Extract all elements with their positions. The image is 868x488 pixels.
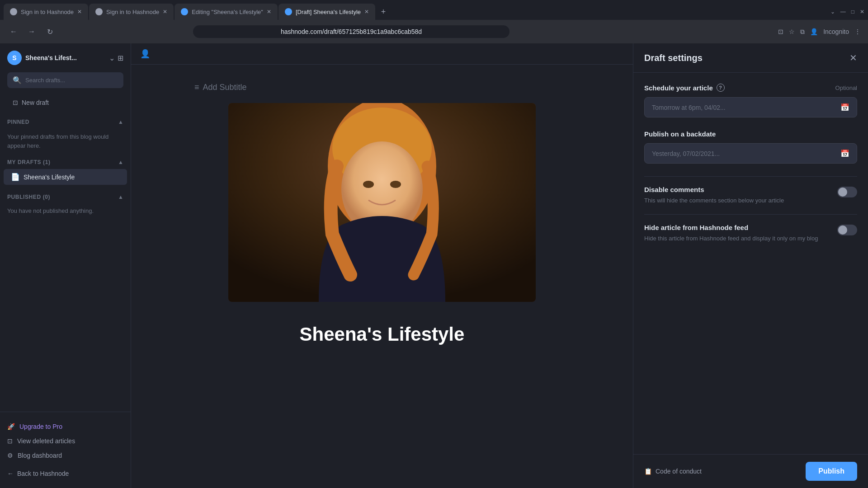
tab-1[interactable]: Sign in to Hashnode ✕ <box>4 4 88 20</box>
search-icon: 🔍 <box>13 76 22 84</box>
subtitle-icon: ≡ <box>194 83 199 92</box>
svg-point-4 <box>363 181 374 188</box>
published-section-header: PUBLISHED (0) ▲ <box>0 192 131 204</box>
search-input[interactable] <box>25 77 118 84</box>
close-panel-button[interactable]: ✕ <box>849 52 857 63</box>
bookmark-icon[interactable]: ☆ <box>789 28 795 35</box>
forward-nav-button[interactable]: → <box>25 25 38 38</box>
new-draft-label: New draft <box>22 99 49 106</box>
maximize-icon[interactable]: □ <box>851 9 854 15</box>
hide-feed-toggle[interactable] <box>837 225 857 235</box>
tab-list-icon[interactable]: ⌄ <box>830 9 835 15</box>
hide-feed-row: Hide article from Hashnode feed Hide thi… <box>644 224 857 243</box>
code-conduct-label: Code of conduct <box>656 468 702 475</box>
profile-icon[interactable]: 👤 <box>810 28 818 35</box>
back-to-hashnode-button[interactable]: ← Back to Hashnode <box>0 466 131 481</box>
incognito-label: Incognito <box>823 28 849 35</box>
my-drafts-section-header: MY DRAFTS (1) ▲ <box>0 157 131 169</box>
draft-file-icon: 📄 <box>11 173 20 181</box>
schedule-placeholder: Tomorrow at 6pm, 04/02... <box>652 104 726 111</box>
divider-2 <box>644 214 857 215</box>
divider-1 <box>644 176 857 177</box>
backdate-calendar-icon[interactable]: 📅 <box>840 149 849 158</box>
tab-2[interactable]: Sign in to Hashnode ✕ <box>89 4 174 20</box>
extensions-icon[interactable]: ⧉ <box>800 28 805 36</box>
cover-image-svg <box>228 103 536 302</box>
tab-4-label: [Draft] Sheena's Lifestyle <box>296 9 361 15</box>
schedule-section: Schedule your article ? Optional Tomorro… <box>644 84 857 117</box>
new-draft-icon: ⊡ <box>13 99 18 106</box>
tab-2-close[interactable]: ✕ <box>163 9 167 15</box>
tab-3-close[interactable]: ✕ <box>267 9 271 15</box>
pinned-toggle[interactable]: ▲ <box>118 119 123 125</box>
tab-1-close[interactable]: ✕ <box>77 9 82 15</box>
view-deleted-label: View deleted articles <box>17 437 75 445</box>
schedule-info-icon[interactable]: ? <box>717 84 725 92</box>
reload-button[interactable]: ↻ <box>43 25 56 38</box>
toolbar-person-icon[interactable]: 👤 <box>140 49 150 59</box>
schedule-optional: Optional <box>835 84 857 91</box>
address-input[interactable] <box>193 25 509 38</box>
disable-comments-toggle[interactable] <box>837 187 857 197</box>
tab-controls: ⌄ — □ ✕ <box>830 9 864 15</box>
published-toggle[interactable]: ▲ <box>118 194 123 200</box>
sidebar-header-actions: ⌄ ⊞ <box>109 54 123 62</box>
app-layout: S Sheena's Lifest... ⌄ ⊞ 🔍 ⊡ New draft P… <box>0 43 868 488</box>
pinned-title: PINNED <box>7 119 29 125</box>
my-drafts-title: MY DRAFTS (1) <box>7 159 51 165</box>
back-arrow-icon: ← <box>7 470 14 477</box>
cover-image-placeholder <box>228 103 536 302</box>
panel-body: Schedule your article ? Optional Tomorro… <box>633 73 868 454</box>
tab-1-label: Sign in to Hashnode <box>21 9 74 15</box>
add-tab-icon[interactable]: ⊞ <box>118 54 123 62</box>
calendar-icon[interactable]: 📅 <box>840 103 849 112</box>
add-subtitle-label: Add Subtitle <box>203 83 247 92</box>
tab-4[interactable]: [Draft] Sheena's Lifestyle ✕ <box>278 4 375 20</box>
draft-item-sheenas-lifestyle[interactable]: 📄 Sheena's Lifestyle <box>4 169 127 185</box>
blog-name: Sheena's Lifest... <box>25 54 105 61</box>
blog-dashboard-label: Blog dashboard <box>18 452 62 459</box>
add-subtitle-button[interactable]: ≡ Add Subtitle <box>194 83 247 92</box>
browser-actions: ⊡ ☆ ⧉ 👤 Incognito ⋮ <box>778 28 861 36</box>
svg-point-5 <box>390 181 401 188</box>
editor-toolbar: 👤 <box>131 43 633 65</box>
tab-favicon-4 <box>285 8 292 15</box>
backdate-placeholder: Yesterday, 07/02/2021... <box>652 150 720 157</box>
tab-favicon-1 <box>10 8 17 15</box>
new-tab-button[interactable]: + <box>376 5 391 19</box>
tab-4-close[interactable]: ✕ <box>364 9 369 15</box>
code-of-conduct-link[interactable]: 📋 Code of conduct <box>644 468 702 475</box>
disable-comments-info: Disable comments This will hide the comm… <box>644 186 830 205</box>
tab-3[interactable]: Editing "Sheena's Lifestyle" ✕ <box>175 4 278 20</box>
upgrade-to-pro-button[interactable]: 🚀 Upgrade to Pro <box>0 419 131 434</box>
blog-dashboard-button[interactable]: ⚙ Blog dashboard <box>0 448 131 463</box>
backdate-label: Publish on a backdate <box>644 130 857 138</box>
menu-icon[interactable]: ⋮ <box>854 28 861 35</box>
cast-icon: ⊡ <box>778 28 783 35</box>
tab-favicon-2 <box>95 8 103 15</box>
publish-button[interactable]: Publish <box>806 462 857 481</box>
upgrade-label: Upgrade to Pro <box>19 423 62 430</box>
address-bar: ← → ↻ ⊡ ☆ ⧉ 👤 Incognito ⋮ <box>0 20 868 43</box>
view-deleted-articles-button[interactable]: ⊡ View deleted articles <box>0 434 131 448</box>
article-title: Sheena's Lifestyle <box>300 324 465 345</box>
close-window-icon[interactable]: ✕ <box>860 9 864 15</box>
schedule-input[interactable]: Tomorrow at 6pm, 04/02... 📅 <box>644 97 857 117</box>
search-box: 🔍 <box>7 72 123 88</box>
minimize-icon[interactable]: — <box>840 9 846 15</box>
published-title: PUBLISHED (0) <box>7 194 50 200</box>
disable-comments-row: Disable comments This will hide the comm… <box>644 186 857 205</box>
dashboard-icon: ⚙ <box>7 452 13 459</box>
chevron-down-icon[interactable]: ⌄ <box>109 54 115 62</box>
backdate-input[interactable]: Yesterday, 07/02/2021... 📅 <box>644 143 857 164</box>
backdate-section: Publish on a backdate Yesterday, 07/02/2… <box>644 130 857 164</box>
article-cover-image <box>228 103 536 302</box>
new-draft-button[interactable]: ⊡ New draft <box>7 95 123 110</box>
back-nav-button[interactable]: ← <box>7 25 20 38</box>
tab-bar: Sign in to Hashnode ✕ Sign in to Hashnod… <box>0 0 868 20</box>
my-drafts-toggle[interactable]: ▲ <box>118 159 123 165</box>
panel-footer: 📋 Code of conduct Publish <box>633 454 868 488</box>
disable-comments-desc: This will hide the comments section belo… <box>644 196 830 205</box>
deleted-icon: ⊡ <box>7 437 13 445</box>
disable-comments-title: Disable comments <box>644 186 830 193</box>
